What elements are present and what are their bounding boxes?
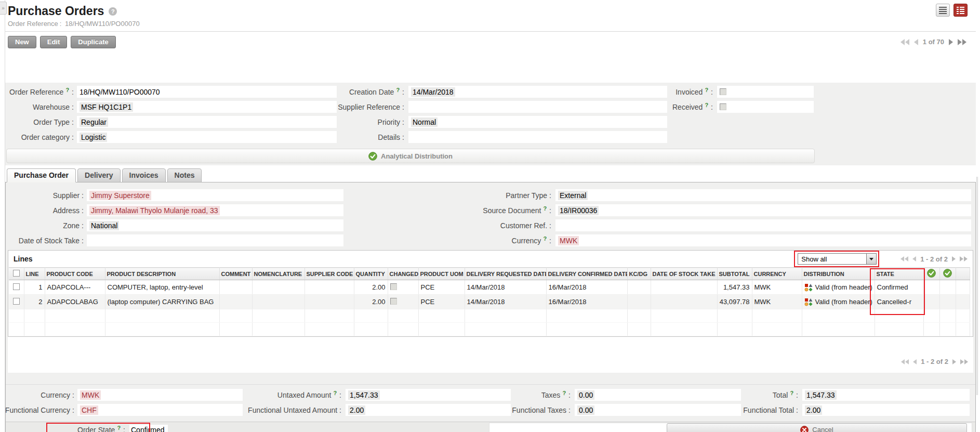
- untaxed-amount-label: Untaxed Amount?:: [243, 391, 341, 399]
- col-quantity: QUANTITY: [354, 268, 388, 280]
- delivery-confirmed-date-cell: 16/Mar/2018: [546, 280, 627, 295]
- toolbar: New Edit Duplicate 1 of 70: [8, 35, 976, 48]
- currency-field: MWK: [555, 234, 971, 246]
- address-link[interactable]: Jimmy, Malawi Thyolo Mulanje road, 33: [89, 206, 220, 215]
- currency-cell: MWK: [752, 280, 802, 295]
- help-icon: ?: [705, 102, 708, 108]
- source-document-field: 18/IR00036: [555, 204, 971, 216]
- untaxed-amount-field: 1,547.33: [346, 389, 511, 401]
- taxes-label: Taxes?:: [511, 391, 571, 399]
- supplier-link[interactable]: Jimmy Superstore: [89, 191, 151, 200]
- title-help-icon[interactable]: ?: [109, 7, 117, 16]
- totals-currency-label: Currency:: [6, 391, 74, 399]
- cancel-button[interactable]: Cancel: [667, 423, 967, 432]
- help-icon: ?: [396, 87, 400, 93]
- first-icon: [900, 39, 905, 45]
- tab-purchase-order[interactable]: Purchase Order: [7, 168, 76, 182]
- delivery-confirmed-date-cell: 16/Mar/2018: [546, 295, 627, 309]
- row-checkbox[interactable]: [13, 283, 20, 290]
- lines-page-counter: 1 - 2 of 2: [920, 255, 948, 263]
- breadcrumb: Order Reference: 18/HQ/MW110/PO00070: [8, 20, 976, 28]
- received-field: [717, 101, 814, 113]
- help-icon: ?: [65, 87, 69, 93]
- lines-last-page-button[interactable]: [960, 256, 968, 261]
- details-label: Details:: [337, 133, 404, 141]
- help-icon: ?: [543, 205, 547, 212]
- tab-invoices[interactable]: Invoices: [122, 168, 166, 182]
- functional-total-field: 2.00: [802, 404, 970, 416]
- partner-type-label: Partner Type:: [343, 191, 551, 200]
- functional-total-label: Functional Total:: [741, 406, 798, 414]
- purchase-order-tab-panel: Supplier: Jimmy Superstore Partner Type:…: [5, 182, 976, 432]
- subtotal-cell: 1,547.33: [717, 280, 752, 295]
- empty-row: [9, 323, 970, 336]
- status-bar: Order State?: Confirmed Cancel: [6, 422, 975, 432]
- form-view-button[interactable]: [953, 4, 968, 17]
- customer-ref-label: Customer Ref.:: [343, 221, 551, 230]
- lines-last-page-button[interactable]: [960, 359, 968, 364]
- lines-filter-select[interactable]: Show all: [798, 253, 877, 265]
- col-currency: CURRENCY: [752, 268, 802, 280]
- col-delivery-requested-date: DELIVERY REQUESTED DATE: [465, 268, 546, 280]
- date-of-stock-take-field: [87, 234, 343, 246]
- quantity-cell: 2.00: [354, 280, 388, 295]
- next-record-button[interactable]: [949, 39, 953, 45]
- previous-record-button[interactable]: [914, 39, 918, 45]
- line-row-1[interactable]: 1 ADAPCOLA--- COMPUTER, laptop, entry-le…: [9, 280, 970, 295]
- panel-right-edge: [976, 177, 978, 395]
- kc-dg-cell: [627, 295, 651, 309]
- line-row-2[interactable]: 2 ADAPCOLABAG (laptop computer) CARRYING…: [9, 295, 970, 309]
- last-record-button[interactable]: [958, 39, 966, 45]
- state-cell: Cancelled-r: [875, 295, 923, 309]
- lines-first-page-button[interactable]: [900, 256, 908, 261]
- lines-header-row: LINE PRODUCT CODE PRODUCT DESCRIPTION CO…: [9, 268, 970, 280]
- functional-currency-link[interactable]: CHF: [80, 405, 98, 415]
- list-view-button[interactable]: [936, 4, 950, 17]
- tab-notes[interactable]: Notes: [167, 168, 202, 182]
- help-icon: ?: [543, 235, 547, 242]
- delivery-requested-date-cell: 14/Mar/2018: [465, 295, 546, 309]
- changed-checkbox[interactable]: [390, 283, 397, 290]
- source-document-label: Source Document?:: [343, 206, 551, 215]
- lines-next-page-button[interactable]: [952, 359, 956, 364]
- duplicate-button[interactable]: Duplicate: [71, 36, 116, 48]
- row-checkbox[interactable]: [13, 298, 20, 305]
- new-button[interactable]: New: [8, 36, 36, 48]
- lines-previous-page-button[interactable]: [913, 359, 917, 364]
- received-checkbox[interactable]: [720, 103, 726, 110]
- confirm-all-button[interactable]: [923, 268, 939, 280]
- validate-all-button[interactable]: [939, 268, 956, 280]
- col-delivery-confirmed-date: DELIVERY CONFIRMED DATE: [546, 268, 627, 280]
- distribution-cell: Valid (from header): [815, 298, 872, 306]
- partner-type-field: External: [555, 189, 971, 201]
- first-record-button[interactable]: [900, 39, 909, 45]
- changed-checkbox[interactable]: [390, 298, 397, 305]
- zone-field: National: [87, 219, 343, 231]
- cancel-button-label: Cancel: [812, 426, 833, 432]
- address-field: Jimmy, Malawi Thyolo Mulanje road, 33: [87, 204, 343, 216]
- totals-currency-field: MWK: [77, 389, 243, 401]
- supplier-code-cell: [304, 295, 354, 309]
- lines-previous-page-button[interactable]: [912, 256, 916, 261]
- invoiced-checkbox[interactable]: [720, 88, 726, 95]
- line-number: 1: [24, 280, 45, 295]
- lines-first-page-button[interactable]: [901, 359, 909, 364]
- col-product-uom: PRODUCT UOM: [418, 268, 465, 280]
- currency-link[interactable]: MWK: [558, 236, 579, 245]
- warehouse-field: MSF HQ1C1P1: [77, 101, 337, 113]
- totals-currency-link[interactable]: MWK: [80, 390, 101, 400]
- select-all-checkbox[interactable]: [13, 270, 20, 277]
- date-of-stock-take-cell: [651, 295, 717, 309]
- tab-delivery[interactable]: Delivery: [77, 168, 120, 182]
- analytical-distribution-header[interactable]: Analytical Distribution: [6, 149, 815, 163]
- edit-button[interactable]: Edit: [40, 36, 68, 48]
- priority-label: Priority:: [337, 118, 404, 126]
- col-product-description: PRODUCT DESCRIPTION: [105, 268, 219, 280]
- comment-cell: [219, 280, 252, 295]
- chevron-down-icon: [869, 258, 873, 263]
- lines-next-page-button[interactable]: [952, 256, 956, 261]
- supplier-reference-label: Supplier Reference:: [337, 103, 404, 111]
- dropdown-button[interactable]: [866, 254, 876, 264]
- col-comment: COMMENT: [219, 268, 252, 280]
- green-check-icon: [943, 269, 952, 278]
